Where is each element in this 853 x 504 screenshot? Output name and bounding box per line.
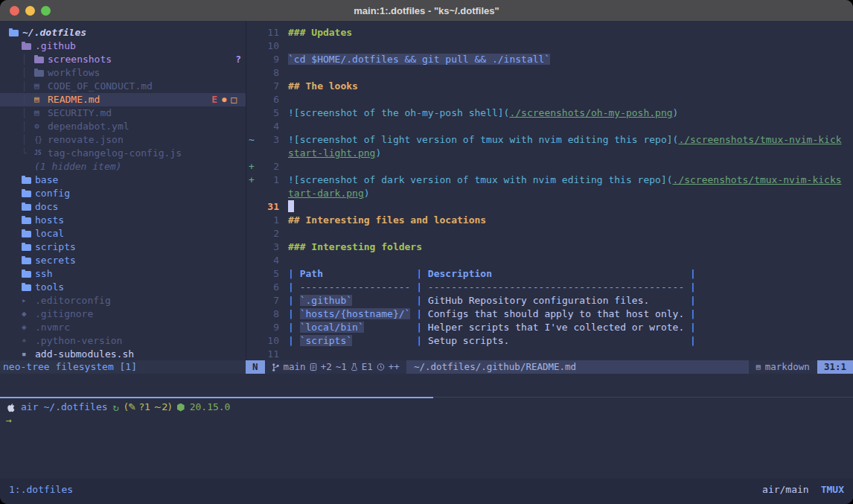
editor-line[interactable]: 4 — [246, 254, 853, 267]
tree-item-local[interactable]: local — [0, 227, 246, 240]
editor-line[interactable]: 6| ------------------- | ---------------… — [246, 281, 853, 294]
line-content: ### Interesting folders — [279, 240, 422, 254]
editor-line[interactable]: 2 — [246, 227, 853, 240]
indent — [0, 86, 22, 87]
tree-item-renovate-json[interactable]: │{}renovate.json — [0, 133, 246, 147]
diamond-file-icon: ◆ — [22, 307, 35, 321]
editor-buffer[interactable]: 11### Updates109`cd $HOME/.dotfiles && g… — [246, 21, 853, 360]
syntax-segment: Helper scripts that I've collected or wr… — [428, 322, 684, 333]
tmux-window-tab[interactable]: 1:.dotfiles — [9, 483, 73, 504]
status-mark: □ — [231, 93, 237, 106]
tree-item-docs[interactable]: docs — [0, 200, 246, 214]
tree-item-security-md[interactable]: │▤SECURITY.md — [0, 106, 246, 120]
gutter-sign — [246, 187, 258, 200]
tree-item-workflows[interactable]: │workflows — [0, 66, 246, 80]
tree-item-tools[interactable]: tools — [0, 281, 246, 294]
tree-item-scripts[interactable]: scripts — [0, 240, 246, 254]
tree-item--github[interactable]: .github — [0, 39, 246, 53]
tree-item--gitignore[interactable]: ◆.gitignore — [0, 307, 246, 321]
syntax-segment: | — [684, 295, 696, 306]
editor-line[interactable]: 4 — [246, 120, 853, 133]
titlebar: main:1:.dotfiles - "ks~/.dotfiles" — [0, 0, 853, 21]
tree-item-ssh[interactable]: ssh — [0, 267, 246, 281]
editor-line[interactable]: 5| Path | Description | — [246, 267, 853, 281]
folder-icon — [22, 177, 31, 184]
git-untracked-mark: ? — [235, 53, 246, 66]
editor-line[interactable]: 3### Interesting folders — [246, 240, 853, 254]
zoom-button[interactable] — [41, 6, 51, 16]
tree-item-secrets[interactable]: secrets — [0, 254, 246, 267]
tree-item-label: add-submodules.sh — [35, 348, 134, 361]
line-content: ![screenshot of light version of tmux wi… — [279, 133, 842, 147]
gutter-sign — [246, 53, 258, 66]
folder-icon — [22, 231, 31, 237]
indent — [0, 100, 22, 101]
editor-line-current[interactable]: 31 — [246, 200, 853, 214]
editor-line[interactable]: 7## The looks — [246, 80, 853, 93]
close-button[interactable] — [10, 6, 19, 16]
tree-item--python-version[interactable]: ∗.python-version — [0, 334, 246, 348]
minimize-button[interactable] — [25, 6, 35, 16]
editor-line[interactable]: 9`cd $HOME/.dotfiles && git pull && ./in… — [246, 53, 853, 66]
syntax-segment: Configs that should apply to that host o… — [428, 308, 684, 319]
syntax-segment: ![screenshot of the oh-my-posh shell]( — [288, 107, 509, 118]
syntax-segment: `scripts` — [300, 335, 352, 346]
tree-item-tag-changelog-config-js[interactable]: └JStag-changelog-config.js — [0, 147, 246, 160]
tree-item-readme-md[interactable]: │▤README.mdE●□ — [0, 93, 246, 106]
editor-line[interactable]: tart-dark.png) — [246, 187, 853, 200]
line-number: 6 — [258, 93, 279, 106]
editor-line[interactable]: 6 — [246, 93, 853, 106]
tree-guide: │ — [22, 106, 34, 120]
node-icon — [177, 403, 185, 412]
syntax-segment: tart-dark.png — [288, 188, 364, 199]
line-content: tart-dark.png) — [279, 187, 370, 200]
syntax-segment: | — [288, 322, 300, 333]
editor-line[interactable]: 9| `local/bin` | Helper scripts that I'v… — [246, 321, 853, 334]
tree-item--nvmrc[interactable]: ◈.nvmrc — [0, 321, 246, 334]
tree-item-hosts[interactable]: hosts — [0, 214, 246, 227]
editor-line[interactable]: 1## Interesting files and locations — [246, 214, 853, 227]
editor-line[interactable]: 8 — [246, 66, 853, 80]
editor-line[interactable]: 11 — [246, 348, 853, 361]
tmux-badge: TMUX — [821, 483, 844, 504]
indent — [0, 301, 22, 302]
tree-item--dotfiles[interactable]: ~/.dotfiles — [0, 26, 246, 39]
tree-item-add-submodules-sh[interactable]: ▪add-submodules.sh — [0, 348, 246, 361]
tree-item-screenshots[interactable]: │screenshots? — [0, 53, 246, 66]
tree-item-config[interactable]: config — [0, 187, 246, 200]
editor-line[interactable]: +2 — [246, 160, 853, 173]
tree-item-base[interactable]: base — [0, 173, 246, 187]
js-file-icon: JS — [34, 147, 48, 160]
gutter-sign — [246, 66, 258, 80]
statusline-filetype-segment: ▤ markdown — [749, 360, 817, 374]
gutter-sign — [246, 214, 258, 227]
editor-line[interactable]: 10| `scripts` | Setup scripts. | — [246, 334, 853, 348]
prompt-arrow[interactable]: → — [6, 414, 12, 427]
tree-item-dependabot-yml[interactable]: │⚙dependabot.yml — [0, 120, 246, 133]
line-content — [279, 66, 288, 80]
tree-item-label: .gitignore — [35, 307, 93, 321]
editor-line[interactable]: 8| `hosts/{hostname}/` | Configs that sh… — [246, 307, 853, 321]
editor-line[interactable]: +1![screenshot of dark version of tmux w… — [246, 173, 853, 187]
editor-line[interactable]: start-light.png) — [246, 147, 853, 160]
tree-item-code-of-conduct-md[interactable]: │▤CODE_OF_CONDUCT.md — [0, 80, 246, 93]
editor-line[interactable]: 10 — [246, 39, 853, 53]
updates-clock-icon — [377, 363, 385, 371]
flask-icon — [351, 363, 358, 371]
indent — [0, 287, 22, 288]
editor-line[interactable]: ~3![screenshot of light version of tmux … — [246, 133, 853, 147]
node-version: 20.15.0 — [190, 401, 231, 414]
editor-line[interactable]: 5![screenshot of the oh-my-posh shell](.… — [246, 106, 853, 120]
line-content: start-light.png) — [279, 147, 381, 160]
editor-line[interactable]: 7| `.github` | GitHub Repository configu… — [246, 294, 853, 307]
markdown-icon: ▤ — [756, 360, 761, 374]
git-status-marks: E●□ — [211, 93, 246, 106]
line-number — [258, 147, 279, 160]
line-content: | `local/bin` | Helper scripts that I've… — [279, 321, 696, 334]
indent — [0, 314, 22, 315]
tree-item--editorconfig[interactable]: ▸.editorconfig — [0, 294, 246, 307]
folder-icon — [34, 57, 44, 63]
tree-item--1-hidden-item-[interactable]: (1 hidden item) — [0, 160, 246, 173]
editor-line[interactable]: 11### Updates — [246, 26, 853, 39]
syntax-segment: `hosts/{hostname}/` — [300, 308, 411, 319]
